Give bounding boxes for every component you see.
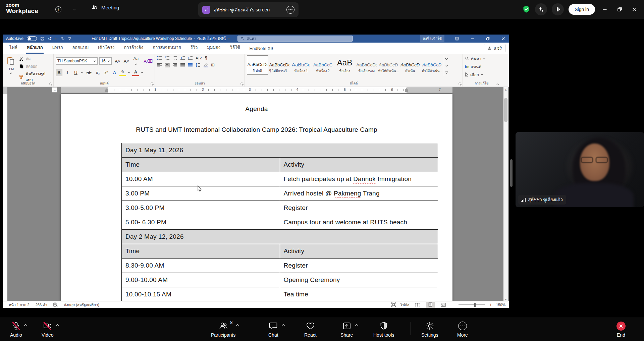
participants-chevron-icon[interactable] [236, 324, 239, 326]
tab-references[interactable]: การอ้างอิง [119, 42, 148, 54]
side-panel-button[interactable] [552, 3, 564, 15]
undo-icon[interactable]: ↺ [48, 36, 52, 41]
scrollbar-thumb[interactable] [504, 98, 507, 122]
styles-dialog-launcher-icon[interactable] [459, 82, 462, 86]
style-subtle-emphasis[interactable]: AaBbCcD ทำให้ตัวเน้น... [378, 55, 399, 75]
security-shield-icon[interactable] [522, 5, 530, 13]
style-intense-emphasis[interactable]: AaBbCcD ทำให้ตัวเน้น... [421, 55, 442, 75]
select-button[interactable]: เลือก [465, 71, 498, 78]
word-close-button[interactable] [497, 35, 509, 43]
subscript-button[interactable]: x₂ [94, 69, 101, 76]
word-search-box[interactable] [237, 36, 353, 42]
font-name-combo[interactable]: TH SarabunPSK [56, 57, 98, 65]
font-color-chevron-icon[interactable] [141, 72, 143, 73]
autosave-toggle[interactable] [27, 36, 37, 41]
highlight-chevron-icon[interactable] [128, 72, 130, 73]
share-document-button[interactable]: แชร์ [484, 44, 505, 52]
read-mode-button[interactable] [413, 302, 422, 308]
tab-review[interactable]: รีวิว [186, 42, 203, 54]
redo-icon[interactable]: ↻ [61, 36, 65, 41]
more-button[interactable]: More [457, 321, 468, 338]
share-chevron-icon[interactable] [355, 324, 359, 326]
close-button[interactable] [629, 4, 639, 14]
tab-selector[interactable]: ∟ [52, 87, 57, 93]
style-heading1[interactable]: AaBbCc หัวเรื่อง 1 [290, 55, 312, 75]
cut-button[interactable]: ตัด [19, 56, 51, 62]
zoom-out-button[interactable]: − [451, 302, 454, 307]
tab-file[interactable]: ไฟล์ [5, 42, 22, 54]
host-tools-button[interactable]: Host tools [373, 321, 394, 338]
vertical-ruler[interactable] [3, 87, 7, 302]
paste-button[interactable]: วาง [5, 55, 17, 83]
word-minimize-button[interactable] [467, 35, 478, 43]
end-meeting-button[interactable]: End [616, 321, 626, 338]
copy-button[interactable]: คัดลอก [19, 63, 51, 69]
chat-button[interactable]: Chat [268, 321, 278, 338]
replace-button[interactable]: bc แทนที่ [465, 63, 498, 70]
word-count[interactable]: 266 คำ [36, 302, 47, 308]
paragraph-dialog-launcher-icon[interactable] [240, 82, 244, 86]
clipboard-dialog-launcher-icon[interactable] [49, 82, 52, 86]
grow-font-button[interactable]: A˄ [113, 58, 121, 64]
save-icon[interactable] [40, 37, 45, 41]
text-effects-button[interactable]: A [111, 69, 118, 76]
underline-chevron-icon[interactable] [81, 72, 84, 73]
bullet-list-icon[interactable] [157, 56, 162, 60]
line-spacing-icon[interactable] [196, 63, 201, 67]
tab-view[interactable]: มุมมอง [202, 42, 225, 54]
style-heading2[interactable]: AaBbCcC หัวเรื่อง 2 [312, 55, 333, 75]
find-button[interactable]: ค้นหา [465, 55, 498, 62]
decrease-indent-icon[interactable] [180, 56, 185, 60]
zoom-slider-knob[interactable] [474, 303, 476, 307]
page-indicator[interactable]: หน้า 1 จาก 2 [9, 302, 30, 308]
print-layout-button[interactable] [426, 302, 435, 308]
styles-scroll-down-button[interactable] [444, 62, 449, 69]
shared-screen-scrollbar[interactable] [510, 159, 513, 187]
align-center-icon[interactable] [165, 63, 170, 67]
tab-shared-screen[interactable]: ส สุพัชชา ซูเลียงแจ้ว's screen [198, 2, 299, 17]
align-right-icon[interactable] [172, 63, 177, 67]
justify-icon[interactable] [180, 63, 185, 67]
multilevel-list-icon[interactable] [172, 56, 177, 60]
scroll-up-arrow[interactable]: ▲ [503, 87, 508, 92]
tab-options-button[interactable] [286, 6, 294, 14]
share-button[interactable]: Share [340, 321, 353, 338]
highlight-button[interactable]: ✎ [119, 69, 126, 76]
undo-chevron-icon[interactable] [55, 38, 58, 40]
collapse-ribbon-icon[interactable] [496, 83, 499, 86]
italic-button[interactable]: I [64, 69, 71, 76]
document-page[interactable]: Agenda RUTS and UMT International Collab… [61, 94, 452, 302]
restore-button[interactable] [614, 4, 625, 14]
style-no-spacing[interactable]: AaBbCcDc ¶ ไม่มีการเว้... [269, 55, 290, 75]
style-emphasis[interactable]: AaBbCcD ตัวเน้น [399, 55, 421, 75]
styles-gallery-expand-button[interactable] [444, 69, 449, 76]
styles-scroll-up-button[interactable] [444, 55, 449, 62]
style-normal[interactable]: AaBbCcDc ¶ ปกติ [247, 55, 268, 75]
clear-formatting-button[interactable]: A⌫ [142, 58, 153, 64]
style-subtitle[interactable]: AaBbCcDd ชื่อเรื่องรอง [356, 55, 377, 75]
tab-design[interactable]: ออกแบบ [68, 42, 93, 54]
tab-home[interactable]: หน้าแรก [22, 42, 48, 54]
participant-video-tile[interactable]: สุพัชชา ซูเลียงแจ้ว [516, 132, 644, 207]
chat-chevron-icon[interactable] [281, 324, 285, 326]
zoom-slider[interactable] [459, 302, 485, 308]
distribute-icon[interactable] [188, 63, 193, 67]
tab-mailings[interactable]: การส่งจดหมาย [148, 42, 186, 54]
tab-insert[interactable]: แทรก [48, 42, 68, 54]
document-area[interactable]: ∟ 1 2 3 4 5 6 7 Agenda RUTS and UMT Inte… [3, 87, 509, 302]
sign-in-button[interactable]: Sign in [569, 4, 595, 15]
word-sign-in-button[interactable]: ลงชื่อเข้าใช้ [420, 35, 444, 42]
language-indicator[interactable]: อังกฤษ (สหรัฐอเมริกา) [64, 302, 99, 308]
ai-companion-button[interactable] [535, 3, 547, 15]
tab-endnote[interactable]: EndNote X9 [245, 44, 278, 54]
focus-icon[interactable] [391, 302, 396, 307]
font-dialog-launcher-icon[interactable] [151, 82, 154, 86]
tab-layout[interactable]: เค้าโครง [93, 42, 119, 54]
horizontal-ruler[interactable]: ∟ 1 2 3 4 5 6 7 [61, 87, 452, 93]
vertical-scrollbar[interactable]: ▲ ▼ [503, 87, 508, 302]
sort-icon[interactable]: A↓Z [196, 56, 202, 60]
web-layout-button[interactable] [439, 302, 447, 308]
proofing-status-icon[interactable] [53, 302, 58, 307]
style-title[interactable]: AaB ชื่อเรื่อง [334, 55, 355, 75]
align-left-icon[interactable] [157, 63, 162, 67]
